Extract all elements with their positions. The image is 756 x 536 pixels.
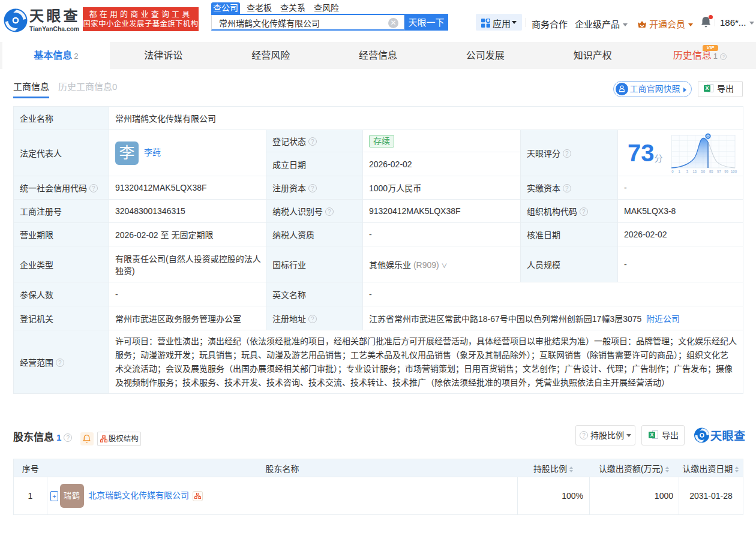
svg-text:1: 1 [679,170,681,173]
svg-text:97: 97 [717,170,721,173]
svg-text:99: 99 [724,170,728,173]
svg-text:15: 15 [692,170,697,173]
svg-text:0: 0 [671,170,674,173]
svg-text:100: 100 [731,170,737,173]
svg-text:3: 3 [686,170,689,173]
svg-text:85: 85 [709,170,713,173]
svg-text:天眼查: 天眼查 [710,429,746,442]
svg-text:50: 50 [701,170,705,173]
